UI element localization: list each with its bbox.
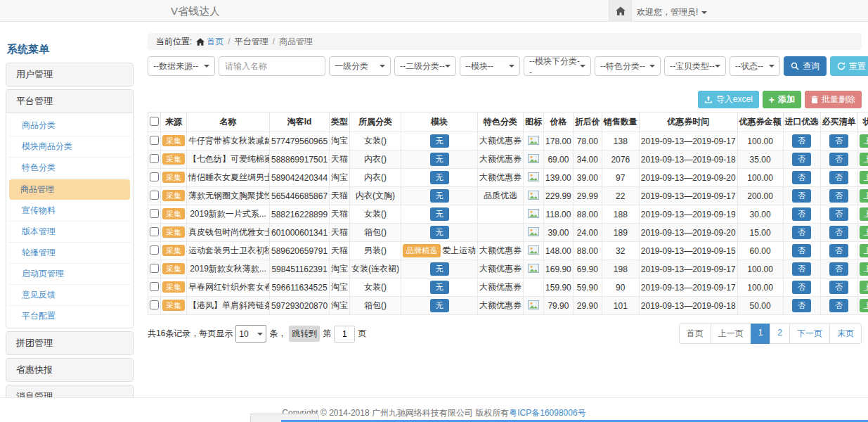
icp-link[interactable]: 粤ICP备16098006号 <box>509 408 585 418</box>
sidebar-panel: 平台管理商品分类模块商品分类特色分类商品管理宣传物料版本管理轮播管理启动页管理意… <box>6 89 134 328</box>
breadcrumb-current: 商品管理 <box>279 36 313 48</box>
must-buy-toggle[interactable]: 否 <box>829 189 848 203</box>
must-buy-toggle[interactable]: 否 <box>829 153 848 166</box>
pager-button[interactable]: 2 <box>770 324 790 344</box>
row-checkbox[interactable] <box>150 172 159 181</box>
page-number-input[interactable] <box>334 326 355 343</box>
sidebar-item[interactable]: 意见反馈 <box>8 285 131 306</box>
must-buy-toggle[interactable]: 否 <box>829 281 848 294</box>
status-badge[interactable]: 上架 <box>860 226 868 239</box>
sidebar-section-header[interactable]: 拼团管理 <box>6 332 133 354</box>
status-badge[interactable]: 上架 <box>860 171 868 184</box>
must-buy-toggle[interactable]: 否 <box>829 207 848 221</box>
filter-select-status[interactable]: --状态-- <box>730 56 780 76</box>
sidebar-item[interactable]: 模块商品分类 <box>8 136 131 158</box>
home-button[interactable] <box>609 0 632 21</box>
filter-select-data-source[interactable]: --数据来源-- <box>148 56 215 76</box>
must-buy-toggle[interactable]: 否 <box>829 262 848 276</box>
row-checkbox[interactable] <box>150 136 159 145</box>
sidebar-item[interactable]: 宣传物料 <box>8 200 131 222</box>
pager-button[interactable]: 下一页 <box>789 324 830 344</box>
table-row: 采集牛仔背带裤女秋装减龄...577479560965淘宝女装()无大额优惠券1… <box>148 132 868 151</box>
sidebar-item[interactable]: 商品分类 <box>8 115 131 136</box>
row-checkbox[interactable] <box>150 209 159 218</box>
pager-button[interactable]: 上一页 <box>711 324 751 344</box>
status-badge[interactable]: 上架 <box>860 262 868 276</box>
sidebar-item[interactable]: 商品管理 <box>9 179 130 200</box>
sidebar-section-header[interactable]: 省惠快报 <box>6 359 133 381</box>
row-checkbox[interactable] <box>150 282 159 291</box>
filter-select-level2-category[interactable]: --二级分类-- <box>394 56 456 76</box>
query-button[interactable]: 查询 <box>784 56 827 76</box>
import-select-toggle[interactable]: 否 <box>792 153 811 166</box>
table-row: 采集2019新款女秋薄款...598451162391淘宝女装(连衣裙)无大额优… <box>148 260 868 279</box>
sidebar-item[interactable]: 版本管理 <box>8 222 131 243</box>
import-select-toggle[interactable]: 否 <box>792 299 811 312</box>
status-badge[interactable]: 上架 <box>860 153 868 166</box>
sidebar-item[interactable]: 平台配置 <box>8 306 131 326</box>
discount-price-cell: 69.90 <box>573 260 602 279</box>
import-select-toggle[interactable]: 否 <box>792 207 811 221</box>
sales-count-cell: 32 <box>602 242 639 260</box>
row-checkbox[interactable] <box>150 245 159 255</box>
import-select-toggle[interactable]: 否 <box>792 244 811 257</box>
source-badge: 采集 <box>162 153 185 165</box>
select-all-checkbox[interactable] <box>150 117 159 126</box>
bulk-delete-button[interactable]: 批量删除 <box>805 91 862 108</box>
pager-button[interactable]: 末页 <box>829 324 862 344</box>
import-select-toggle[interactable]: 否 <box>792 189 811 203</box>
reset-button[interactable]: 重置 <box>830 56 868 76</box>
row-checkbox[interactable] <box>150 154 159 163</box>
status-badge[interactable]: 上架 <box>860 281 868 294</box>
must-buy-toggle[interactable]: 否 <box>829 299 848 312</box>
filter-select-module[interactable]: --模块-- <box>460 56 520 76</box>
import-select-toggle[interactable]: 否 <box>792 171 811 184</box>
filter-select-level1-category[interactable]: 一级分类 <box>329 56 391 76</box>
must-buy-toggle[interactable]: 否 <box>829 134 848 148</box>
module-content: 无 <box>430 299 449 312</box>
sidebar-item[interactable]: 特色分类 <box>8 158 131 179</box>
breadcrumb-home-link[interactable]: 首页 <box>196 36 224 48</box>
breadcrumb-prefix: 当前位置: <box>156 36 192 48</box>
jump-button[interactable]: 跳转到 <box>289 326 320 342</box>
icon-cell <box>524 242 544 260</box>
sidebar-item[interactable]: 启动页管理 <box>8 264 131 285</box>
coupon-time-cell: 2019-09-13—2019-09-20 <box>639 169 737 187</box>
status-badge[interactable]: 上架 <box>860 134 868 148</box>
filter-select-feature-category[interactable]: --特色分类-- <box>595 56 661 76</box>
row-checkbox[interactable] <box>150 300 159 309</box>
pager-button[interactable]: 首页 <box>679 324 711 344</box>
import-excel-button[interactable]: 导入excel <box>698 91 759 108</box>
search-name-input[interactable] <box>219 56 325 76</box>
import-select-toggle[interactable]: 否 <box>792 281 811 294</box>
taoke-id-cell: 601000601341 <box>270 224 330 242</box>
import-select-cell: 否 <box>783 187 820 205</box>
page-size-select[interactable]: 10 <box>235 325 266 343</box>
status-badge[interactable]: 上架 <box>860 244 868 257</box>
module-content: 无 <box>430 207 449 221</box>
module-badge: 无 <box>430 189 449 203</box>
sales-count-cell: 101 <box>602 297 639 315</box>
import-select-toggle[interactable]: 否 <box>792 262 811 276</box>
sidebar-section-header[interactable]: 平台管理 <box>6 90 133 113</box>
import-select-toggle[interactable]: 否 <box>792 134 811 148</box>
filter-select-label: --宝贝类型-- <box>670 60 715 72</box>
import-select-toggle[interactable]: 否 <box>792 226 811 239</box>
filter-select-item-type[interactable]: --宝贝类型-- <box>664 56 726 76</box>
status-badge[interactable]: 上架 <box>860 299 868 312</box>
sidebar-item[interactable]: 轮播管理 <box>8 243 131 264</box>
row-checkbox[interactable] <box>150 191 159 200</box>
add-button[interactable]: + 添加 <box>763 91 801 108</box>
must-buy-toggle[interactable]: 否 <box>829 244 848 257</box>
must-buy-toggle[interactable]: 否 <box>829 171 848 184</box>
user-menu[interactable]: 欢迎您，管理员! <box>637 6 707 18</box>
must-buy-toggle[interactable]: 否 <box>829 226 848 239</box>
status-badge[interactable]: 上架 <box>860 207 868 221</box>
filter-select-module-sub-category[interactable]: --模块下分类-- <box>524 56 591 76</box>
pager-current-page[interactable]: 1 <box>751 324 771 344</box>
row-checkbox[interactable] <box>150 264 159 273</box>
product-image-icon <box>528 209 539 218</box>
sidebar-section-header[interactable]: 用户管理 <box>6 63 133 86</box>
row-checkbox[interactable] <box>150 227 159 236</box>
status-badge[interactable]: 上架 <box>860 189 868 203</box>
